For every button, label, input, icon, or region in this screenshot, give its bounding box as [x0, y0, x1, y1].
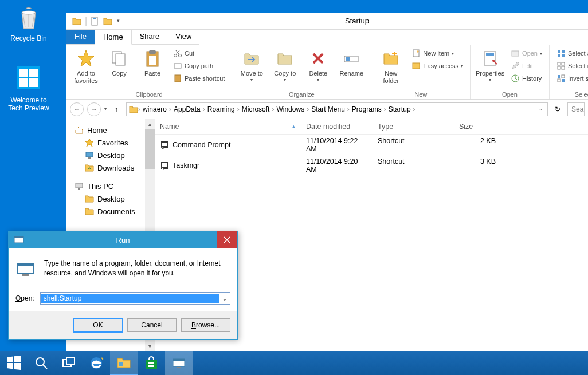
ie-button[interactable]	[83, 351, 110, 375]
new-folder-icon[interactable]	[103, 17, 112, 26]
address-dropdown-icon[interactable]: ⌄	[539, 106, 543, 112]
tab-share[interactable]: Share	[132, 30, 168, 45]
add-to-favorites-button[interactable]: Add to favorites	[71, 47, 101, 85]
svg-point-18	[492, 60, 495, 62]
tab-file[interactable]: File	[66, 30, 95, 45]
copy-icon	[110, 49, 128, 68]
col-name[interactable]: Name▲	[155, 119, 301, 134]
copy-button[interactable]: Copy	[104, 47, 134, 77]
properties-icon[interactable]	[91, 17, 100, 26]
breadcrumb-segment[interactable]: Startup	[386, 105, 413, 113]
store-icon	[143, 355, 159, 371]
qat-dropdown-icon[interactable]: ▼	[116, 18, 120, 23]
svg-rect-19	[512, 51, 519, 56]
svg-rect-26	[562, 62, 565, 65]
svg-rect-42	[14, 236, 23, 238]
cut-button[interactable]: Cut	[171, 47, 227, 60]
select-all-button[interactable]: Select all	[554, 47, 588, 60]
store-button[interactable]	[138, 351, 165, 375]
start-button[interactable]	[0, 351, 28, 375]
file-row[interactable]: Taskmgr11/10/2014 9:20 AMShortcut3 KB	[155, 155, 588, 176]
svg-rect-31	[562, 75, 565, 78]
star-icon	[77, 49, 95, 68]
nav-downloads[interactable]: Downloads	[69, 161, 152, 174]
run-taskbar-button[interactable]	[165, 351, 193, 375]
edit-button[interactable]: Edit	[508, 60, 544, 72]
new-folder-button[interactable]: New folder	[376, 47, 406, 85]
properties-button[interactable]: Properties▾	[475, 47, 505, 83]
nav-documents[interactable]: Documents	[69, 205, 152, 218]
svg-rect-10	[174, 64, 181, 68]
paste-shortcut-button[interactable]: Paste shortcut	[171, 72, 227, 85]
search-box[interactable]: Sea	[567, 102, 585, 116]
desktop-tech-preview[interactable]: Welcome to Tech Preview	[6, 64, 52, 112]
desktop-recycle-bin[interactable]: Recycle Bin	[6, 5, 52, 42]
forward-button[interactable]: →	[87, 102, 101, 116]
run-titlebar[interactable]: Run	[9, 231, 237, 248]
invert-selection-button[interactable]: Invert selection	[554, 72, 588, 85]
run-title: Run	[29, 236, 217, 244]
open-label: Open:	[15, 294, 34, 302]
explorer-taskbar-button[interactable]	[110, 351, 138, 375]
browse-button[interactable]: Browse...	[181, 318, 230, 332]
nav-home[interactable]: Home	[69, 124, 152, 136]
col-type[interactable]: Type	[373, 119, 454, 134]
column-headers: Name▲ Date modified Type Size	[155, 119, 588, 135]
tab-home[interactable]: Home	[95, 30, 132, 45]
svg-rect-58	[177, 367, 181, 368]
breadcrumb-segment[interactable]: Windows	[274, 105, 307, 113]
close-button[interactable]	[217, 231, 237, 248]
breadcrumb-segment[interactable]: Roaming	[205, 105, 237, 113]
ribbon-tabs: File Home Share View	[66, 30, 588, 45]
breadcrumb-segment[interactable]: Microsoft	[240, 105, 272, 113]
rename-button[interactable]: Rename	[336, 47, 366, 77]
file-row[interactable]: Command Prompt11/10/2014 9:22 AMShortcut…	[155, 135, 588, 155]
cancel-button[interactable]: Cancel	[127, 318, 177, 332]
breadcrumb-segment[interactable]: Programs	[350, 105, 384, 113]
svg-rect-24	[562, 54, 565, 57]
taskview-icon	[61, 355, 77, 371]
copy-path-button[interactable]: Copy path	[171, 60, 227, 72]
back-button[interactable]: ←	[70, 102, 84, 116]
group-clipboard-label: Clipboard	[71, 90, 227, 98]
open-button[interactable]: Open ▾	[508, 47, 544, 60]
new-item-button[interactable]: New item ▾	[409, 47, 465, 60]
ok-button[interactable]: OK	[73, 318, 123, 332]
breadcrumb[interactable]: › winaero›AppData›Roaming›Microsoft›Wind…	[126, 102, 548, 116]
delete-button[interactable]: Delete▾	[303, 47, 333, 83]
easy-access-icon	[411, 61, 421, 70]
run-input[interactable]: shell:Startup ⌄	[40, 292, 230, 305]
tech-preview-label: Welcome to Tech Preview	[6, 96, 52, 112]
history-dropdown-icon[interactable]: ▾	[104, 106, 107, 112]
history-button[interactable]: History	[508, 72, 544, 85]
copy-to-button[interactable]: Copy to▾	[270, 47, 300, 83]
search-button[interactable]	[28, 351, 55, 375]
nav-desktop2[interactable]: Desktop	[69, 192, 152, 205]
breadcrumb-segment[interactable]: winaero	[140, 105, 169, 113]
svg-rect-57	[173, 359, 185, 361]
folder-icon[interactable]	[72, 17, 81, 26]
nav-this-pc[interactable]: This PC	[69, 180, 152, 192]
tab-view[interactable]: View	[167, 30, 199, 45]
breadcrumb-segment[interactable]: Start Menu	[309, 105, 347, 113]
svg-rect-40	[162, 163, 167, 167]
breadcrumb-segment[interactable]: AppData	[171, 105, 203, 113]
window-title: Startup	[126, 17, 588, 25]
up-button[interactable]: ↑	[110, 103, 123, 116]
qat-separator: |	[85, 16, 87, 26]
svg-rect-2	[93, 18, 96, 19]
svg-rect-29	[558, 75, 560, 78]
paste-button[interactable]: Paste	[138, 47, 167, 77]
nav-favorites[interactable]: Favorites	[69, 136, 152, 149]
refresh-button[interactable]: ↻	[551, 103, 564, 116]
col-size[interactable]: Size	[454, 119, 500, 134]
taskbar	[0, 351, 588, 375]
easy-access-button[interactable]: Easy access ▾	[409, 60, 465, 72]
group-open-label: Open	[475, 90, 544, 98]
combo-dropdown-icon[interactable]: ⌄	[219, 294, 230, 302]
col-date[interactable]: Date modified	[301, 119, 373, 134]
select-none-button[interactable]: Select none	[554, 60, 588, 72]
move-to-button[interactable]: Move to▾	[237, 47, 266, 83]
nav-desktop[interactable]: Desktop	[69, 149, 152, 161]
taskview-button[interactable]	[55, 351, 83, 375]
